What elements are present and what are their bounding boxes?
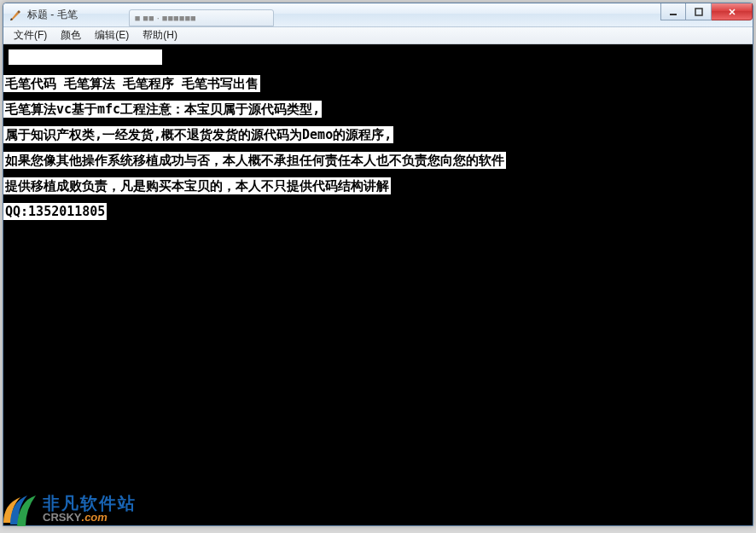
menubar: 文件(F) 颜色 编辑(E) 帮助(H) bbox=[3, 27, 753, 44]
app-window: 标题 - 毛笔 ■ ■■ · ■■■■■■ 文件(F) 颜色 编辑(E) 帮助(… bbox=[3, 3, 753, 526]
menu-file[interactable]: 文件(F) bbox=[7, 27, 54, 43]
content-line: 属于知识产权类,一经发货,概不退货发货的源代码为Demo的源程序, bbox=[3, 126, 393, 143]
window-title: 标题 - 毛笔 bbox=[27, 8, 78, 22]
menu-help[interactable]: 帮助(H) bbox=[136, 27, 184, 43]
maximize-icon bbox=[695, 8, 703, 16]
content-line: QQ:1352011805 bbox=[3, 203, 107, 220]
content-line: 如果您像其他操作系统移植成功与否，本人概不承担任何责任本人也不负责您向您的软件 bbox=[3, 152, 506, 169]
background-tab: ■ ■■ · ■■■■■■ bbox=[129, 9, 274, 26]
svg-rect-0 bbox=[670, 14, 677, 15]
minimize-button[interactable] bbox=[660, 3, 686, 20]
svg-rect-1 bbox=[695, 9, 702, 15]
menu-color[interactable]: 颜色 bbox=[54, 27, 88, 43]
close-icon bbox=[728, 8, 736, 16]
app-icon bbox=[9, 9, 22, 22]
canvas-area[interactable]: 毛笔代码 毛笔算法 毛笔程序 毛笔书写出售 毛笔算法vc基于mfc工程注意：本宝… bbox=[3, 44, 753, 525]
menu-edit[interactable]: 编辑(E) bbox=[88, 27, 136, 43]
blank-strip bbox=[9, 49, 162, 65]
minimize-icon bbox=[669, 8, 677, 16]
titlebar[interactable]: 标题 - 毛笔 ■ ■■ · ■■■■■■ bbox=[3, 3, 753, 27]
content-line: 提供移植成败负责，凡是购买本宝贝的，本人不只提供代码结构讲解 bbox=[3, 177, 391, 194]
maximize-button[interactable] bbox=[686, 3, 712, 20]
content-line: 毛笔代码 毛笔算法 毛笔程序 毛笔书写出售 bbox=[3, 75, 260, 92]
content-line: 毛笔算法vc基于mfc工程注意：本宝贝属于源代码类型, bbox=[3, 101, 322, 118]
window-controls bbox=[660, 3, 753, 20]
close-button[interactable] bbox=[712, 3, 753, 20]
